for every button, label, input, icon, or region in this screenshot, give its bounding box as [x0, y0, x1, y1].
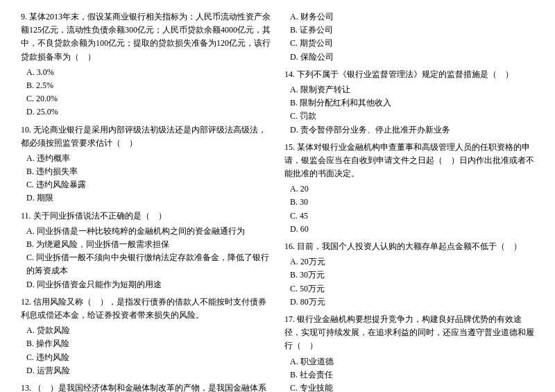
- question-10: 10. 无论商业银行是采用内部评级法初级法还是内部评级法高级法，都必须按照监管要…: [21, 123, 271, 205]
- option-9b: B. 2.5%: [26, 79, 271, 92]
- question-15-text: 15. 某体对银行业金融机构申查董事和高级管理人员的任职资格的申请，银监会应当在…: [284, 141, 534, 181]
- right-column: A. 财务公司 B. 证券公司 C. 期货公司 D. 保险公司 14. 下列不属…: [278, 10, 534, 392]
- question-10-options: A. 违约概率 B. 违约损失率 C. 违约风险暴露 D. 期限: [21, 152, 271, 205]
- option-12a: A. 贷款风险: [26, 324, 271, 337]
- option-15b: B. 30: [290, 196, 534, 209]
- left-column: 9. 某体2013年末，假设某商业银行相关指标为：人民币流动性资产余额125亿元…: [21, 10, 278, 392]
- question-12-options: A. 贷款风险 B. 操作风险 C. 违约风险 D. 运营风险: [21, 324, 271, 377]
- option-13d: D. 保险公司: [290, 51, 534, 64]
- question-13-options-block: A. 财务公司 B. 证券公司 C. 期货公司 D. 保险公司: [284, 10, 534, 64]
- option-13b: B. 证券公司: [290, 24, 534, 37]
- question-9: 9. 某体2013年末，假设某商业银行相关指标为：人民币流动性资产余额125亿元…: [21, 10, 271, 119]
- option-15a: A. 20: [290, 182, 534, 196]
- option-14a: A. 限制资产转让: [290, 83, 534, 96]
- question-13: 13. （ ）是我国经济体制和金融体制改革的产物，是我国金融体系中具有中国特色的…: [21, 382, 271, 392]
- option-11a: A. 同业拆借是一种比较纯粹的金融机构之间的资金融通行为: [26, 225, 271, 238]
- question-16-text: 16. 目前，我国个人投资人认购的大额存单起点金额不低于（ ）: [284, 240, 534, 253]
- option-14c: C. 罚款: [290, 110, 534, 123]
- main-content: 9. 某体2013年末，假设某商业银行相关指标为：人民币流动性资产余额125亿元…: [21, 10, 534, 392]
- option-16d: D. 80万元: [290, 296, 534, 309]
- question-14-text: 14. 下列不属于《银行业监督管理法》规定的监督措施是（ ）: [284, 68, 534, 81]
- question-11-text: 11. 关于同业拆借说法不正确的是（ ）: [21, 210, 271, 223]
- question-16-options: A. 20万元 B. 30万元 C. 50万元 D. 80万元: [284, 255, 534, 309]
- option-13c: C. 期货公司: [290, 37, 534, 50]
- option-11b: B. 为绕避风险，同业拆借一般需求担保: [26, 238, 271, 251]
- option-15c: C. 45: [290, 210, 534, 223]
- question-16: 16. 目前，我国个人投资人认购的大额存单起点金额不低于（ ） A. 20万元 …: [284, 240, 534, 309]
- option-14d: D. 责令暂停部分业务、停止批准开办新业务: [290, 123, 534, 137]
- option-12b: B. 操作风险: [26, 337, 271, 350]
- question-11: 11. 关于同业拆借说法不正确的是（ ） A. 同业拆借是一种比较纯粹的金融机构…: [21, 210, 271, 291]
- option-12d: D. 运营风险: [26, 364, 271, 377]
- question-13-options: A. 财务公司 B. 证券公司 C. 期货公司 D. 保险公司: [284, 10, 534, 64]
- option-11d: D. 同业拆借资金只能作为短期的用途: [26, 278, 271, 291]
- option-12c: C. 违约风险: [26, 351, 271, 364]
- option-16a: A. 20万元: [290, 255, 534, 269]
- question-12-text: 12. 信用风险又称（ ），是指发行债券的借款人不能按时支付债券利息或偿还本金，…: [21, 296, 271, 322]
- question-14-options: A. 限制资产转让 B. 限制分配红利和其他收入 C. 罚款 D. 责令暂停部分…: [284, 83, 534, 137]
- question-17-text: 17. 银行业金融机构要想提升竞争力，构建良好品牌优势的有效途径，实现可持续发展…: [284, 313, 534, 353]
- option-17b: B. 社会责任: [290, 368, 534, 382]
- option-17c: C. 专业技能: [290, 382, 534, 392]
- option-9a: A. 3.0%: [26, 66, 271, 79]
- question-15-options: A. 20 B. 30 C. 45 D. 60: [284, 182, 534, 236]
- option-16c: C. 50万元: [290, 282, 534, 296]
- option-10c: C. 违约风险暴露: [26, 178, 271, 191]
- option-17a: A. 职业道德: [290, 355, 534, 368]
- option-10a: A. 违约概率: [26, 152, 271, 165]
- question-11-options: A. 同业拆借是一种比较纯粹的金融机构之间的资金融通行为 B. 为绕避风险，同业…: [21, 225, 271, 291]
- option-13a: A. 财务公司: [290, 10, 534, 24]
- option-16b: B. 30万元: [290, 269, 534, 282]
- option-15d: D. 60: [290, 223, 534, 236]
- option-10d: D. 期限: [26, 191, 271, 205]
- option-9c: C. 20.0%: [26, 92, 271, 105]
- question-14: 14. 下列不属于《银行业监督管理法》规定的监督措施是（ ） A. 限制资产转让…: [284, 68, 534, 137]
- option-14b: B. 限制分配红利和其他收入: [290, 96, 534, 110]
- question-9-text: 9. 某体2013年末，假设某商业银行相关指标为：人民币流动性资产余额125亿元…: [21, 10, 271, 64]
- question-10-text: 10. 无论商业银行是采用内部评级法初级法还是内部评级法高级法，都必须按照监管要…: [21, 123, 271, 150]
- question-13-text: 13. （ ）是我国经济体制和金融体制改革的产物，是我国金融体系中具有中国特色的…: [21, 382, 271, 392]
- question-9-options: A. 3.0% B. 2.5% C. 20.0% D. 25.0%: [21, 66, 271, 119]
- question-17: 17. 银行业金融机构要想提升竞争力，构建良好品牌优势的有效途径，实现可持续发展…: [284, 313, 534, 392]
- option-10b: B. 违约损失率: [26, 165, 271, 178]
- option-11c: C. 同业拆借一般不须向中央银行缴纳法定存款准备金，降低了银行的筹资成本: [26, 251, 271, 278]
- question-15: 15. 某体对银行业金融机构申查董事和高级管理人员的任职资格的申请，银监会应当在…: [284, 141, 534, 236]
- question-17-options: A. 职业道德 B. 社会责任 C. 专业技能 D. 企业文化: [284, 355, 534, 393]
- question-12: 12. 信用风险又称（ ），是指发行债券的借款人不能按时支付债券利息或偿还本金，…: [21, 296, 271, 377]
- option-9d: D. 25.0%: [26, 105, 271, 119]
